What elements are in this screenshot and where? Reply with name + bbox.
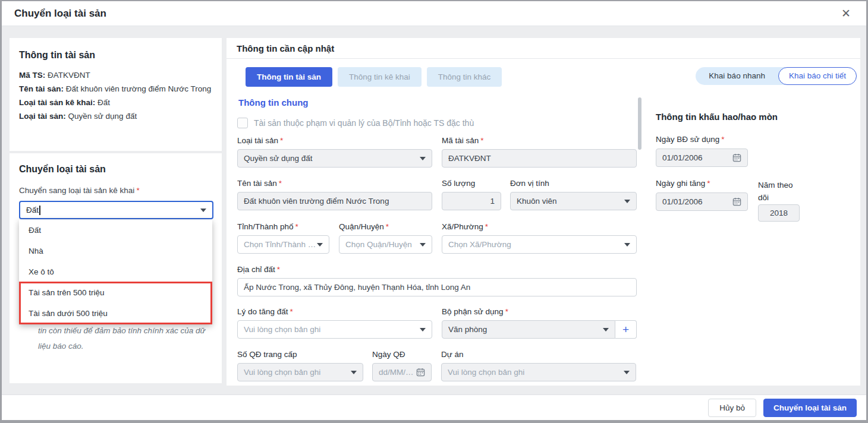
dropdown-option-dat[interactable]: Đất <box>19 220 212 241</box>
update-info-heading: Thông tin cần cập nhật <box>227 38 860 53</box>
cancel-button[interactable]: Hủy bỏ <box>708 399 756 417</box>
text-cursor <box>39 206 40 215</box>
tracking-year-label: Năm theo dõi <box>758 179 800 204</box>
dropdown-option-xe-o-to[interactable]: Xe ô tô <box>19 261 212 282</box>
district-select[interactable]: Chọn Quận/Huyện <box>339 235 432 254</box>
district-label: Quận/Huyện* <box>339 222 432 231</box>
special-asset-checkbox-label: Tài sản thuộc phạm vi quản lý của Bộ/Tỉn… <box>254 118 474 128</box>
convert-type-dropdown: Đất Nhà Xe ô tô Tài sản trên 500 triệu T… <box>19 220 212 324</box>
asset-name-input[interactable]: Đất khuôn viên trường điểm Nước Trong <box>237 192 432 210</box>
asset-info-heading: Thông tin tài sản <box>19 50 212 61</box>
chevron-down-icon <box>624 200 630 203</box>
using-department-label: Bộ phận sử dụng* <box>442 307 637 316</box>
land-address-input[interactable]: Ấp Nước Trong, xã Thủy Đông, huyện Thạnh… <box>237 278 637 296</box>
chevron-down-icon <box>603 328 609 332</box>
asset-code-label: Mã tài sản* <box>442 136 637 145</box>
dropdown-option-tren-500[interactable]: Tài sản trên 500 triệu <box>19 282 212 303</box>
convert-asset-dialog: Chuyển loại tài sản ✕ Thông tin tài sản … <box>2 1 866 420</box>
increase-reason-select[interactable]: Vui lòng chọn bản ghi <box>237 320 432 339</box>
chevron-down-icon <box>317 243 323 247</box>
depreciation-panel: Thông tin khấu hao/hao mòn Ngày BĐ sử dụ… <box>656 112 858 222</box>
screen-background: Chuyển loại tài sản ✕ Thông tin tài sản … <box>0 0 868 423</box>
special-asset-checkbox[interactable] <box>237 118 248 128</box>
unit-select[interactable]: Khuôn viên <box>510 192 637 210</box>
province-select[interactable]: Chọn Tỉnh/Thành phố <box>237 235 329 254</box>
combobox-value: Đất <box>26 206 39 214</box>
asset-name-line: Tên tài sản: Đất khuôn viên trường điểm … <box>19 82 212 96</box>
tab-thong-tin-khac[interactable]: Thông tin khác <box>427 67 502 87</box>
close-icon[interactable]: ✕ <box>839 7 853 21</box>
add-department-button[interactable]: + <box>615 320 637 339</box>
decision-date-input[interactable]: dd/MM/yyyy <box>372 363 432 381</box>
using-department-select[interactable]: Văn phòng <box>442 320 615 339</box>
project-select[interactable]: Vui lòng chọn bản ghi <box>441 363 636 381</box>
chevron-down-icon <box>420 243 426 247</box>
province-label: Tỉnh/Thành phố* <box>237 222 329 231</box>
ward-label: Xã/Phường* <box>442 222 637 231</box>
decision-date-label: Ngày QĐ <box>372 350 432 359</box>
grant-decision-label: Số QĐ trang cấp <box>237 350 363 359</box>
submit-convert-button[interactable]: Chuyển loại tài sản <box>763 399 857 417</box>
asset-name-label: Tên tài sản* <box>237 179 432 188</box>
chevron-down-icon <box>351 371 357 374</box>
dialog-titlebar: Chuyển loại tài sản ✕ <box>2 1 866 26</box>
record-increase-date-input[interactable]: 01/01/2006 <box>656 192 748 211</box>
tab-thong-tin-tai-san[interactable]: Thông tin tài sản <box>246 67 332 87</box>
dialog-title: Chuyển loại tài sản <box>14 1 106 26</box>
chevron-down-icon <box>200 209 206 212</box>
start-use-date-input[interactable]: 01/01/2006 <box>656 149 748 167</box>
asset-type-select[interactable]: Quyền sử dụng đất <box>237 149 432 168</box>
asset-type-label: Loại tài sản* <box>237 136 432 145</box>
detail-declare-button[interactable]: Khai báo chi tiết <box>778 67 857 85</box>
land-address-label: Địa chỉ đất* <box>237 265 637 274</box>
update-info-header: Thông tin cần cập nhật <box>227 38 860 59</box>
asset-type-line: Loại tài sản: Quyền sử dụng đất <box>19 109 212 123</box>
record-increase-date-label: Ngày ghi tăng* <box>656 179 748 188</box>
ward-select[interactable]: Chọn Xã/Phường <box>442 235 637 254</box>
vertical-scrollbar[interactable] <box>638 97 641 150</box>
general-info-form: Thông tin chung Tài sản thuộc phạm vi qu… <box>237 95 637 381</box>
increase-reason-label: Lý do tăng đất* <box>237 307 432 316</box>
chevron-down-icon <box>420 157 426 160</box>
tracking-year-input[interactable]: 2018 <box>758 204 800 222</box>
convert-note: tin còn thiếu để đảm bảo tính chính xác … <box>38 323 218 354</box>
project-label: Dự án <box>441 350 636 359</box>
calendar-icon <box>416 368 425 377</box>
asset-code-line: Mã TS: ĐATKVĐNT <box>19 68 212 82</box>
asset-code-input[interactable]: ĐATKVĐNT <box>442 149 637 168</box>
chevron-down-icon <box>624 243 630 247</box>
depreciation-heading: Thông tin khấu hao/hao mòn <box>656 112 858 122</box>
calendar-icon <box>732 197 741 206</box>
asset-info-panel: Thông tin tài sản Mã TS: ĐATKVĐNT Tên tà… <box>10 38 222 151</box>
tab-bar: Thông tin tài sản Thông tin kê khai Thôn… <box>246 67 502 87</box>
chevron-down-icon <box>420 328 426 332</box>
declare-mode-toggle: Khai báo nhanh Khai báo chi tiết <box>696 67 857 85</box>
convert-type-combobox[interactable]: Đất <box>19 201 213 219</box>
update-info-panel: Thông tin cần cập nhật Thông tin tài sản… <box>227 38 860 386</box>
convert-type-panel: Chuyển loại tài sản Chuyển sang loại tài… <box>10 153 222 383</box>
tab-thong-tin-ke-khai[interactable]: Thông tin kê khai <box>338 67 422 87</box>
calendar-icon <box>732 153 741 162</box>
quick-declare-button[interactable]: Khai báo nhanh <box>696 67 778 85</box>
dropdown-option-duoi-500[interactable]: Tài sản dưới 500 triệu <box>19 303 212 324</box>
dropdown-option-nha[interactable]: Nhà <box>19 241 212 261</box>
general-info-heading: Thông tin chung <box>238 97 637 108</box>
convert-select-label: Chuyển sang loại tài sản kê khai* <box>19 186 140 195</box>
dialog-footer: Hủy bỏ Chuyển loại tài sản <box>2 394 866 420</box>
quantity-input[interactable]: 1 <box>442 192 501 210</box>
unit-label: Đơn vị tính <box>510 179 637 188</box>
chevron-down-icon <box>624 371 630 374</box>
convert-panel-heading: Chuyển loại tài sản <box>19 164 106 175</box>
quantity-label: Số lượng <box>442 179 501 188</box>
grant-decision-select[interactable]: Vui lòng chọn bản ghi <box>237 363 363 381</box>
asset-declared-type-line: Loại tài sản kê khai: Đất <box>19 96 212 109</box>
start-use-date-label: Ngày BĐ sử dụng* <box>656 135 858 144</box>
